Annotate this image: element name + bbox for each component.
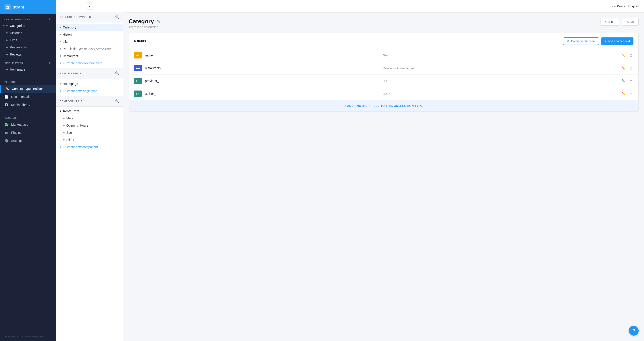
bullet-icon xyxy=(60,83,61,84)
fields-card: 4 fields ⚙ Configure the view + Add anot… xyxy=(128,33,638,112)
field-type-restaurants: Relation with Restaurant xyxy=(383,66,618,70)
collection-types-search-icon[interactable]: 🔍 xyxy=(48,18,52,21)
middle-components-header: COMPONENTS 5 🔍 xyxy=(56,96,123,107)
content-title-row: Category ✏️ xyxy=(128,18,162,25)
user-name: Kai Doe xyxy=(612,4,623,8)
middle-item-restaurant[interactable]: Restaurant xyxy=(56,52,123,60)
middle-item-history[interactable]: History xyxy=(56,31,123,38)
add-field-label: Add another field xyxy=(608,40,630,43)
field-type-author: JSON xyxy=(383,92,618,96)
field-actions-restaurants: ✏️ 🗑 xyxy=(621,66,634,70)
header-buttons: Cancel Save xyxy=(600,18,638,26)
middle-single-type-search-icon[interactable]: 🔍 xyxy=(115,71,120,76)
sidebar-item-reviews[interactable]: Reviews xyxy=(0,51,56,58)
collection-types-list: Categories Histories Likes Restaurants R… xyxy=(0,22,56,58)
save-button[interactable]: Save xyxy=(622,18,638,26)
sidebar-item-settings[interactable]: ⚙️ Settings xyxy=(0,137,56,145)
component-item-seo[interactable]: Seo xyxy=(56,129,123,136)
field-row-author: {···} author_ JSON ✏️ 🗑 xyxy=(129,88,638,100)
field-edit-author-button[interactable]: ✏️ xyxy=(621,92,626,96)
content-title-area: Category ✏️ There is no description xyxy=(128,18,162,29)
sidebar-item-homepage[interactable]: Homepage xyxy=(0,66,56,73)
bullet-icon xyxy=(6,54,8,55)
field-name-restaurants: restaurants xyxy=(145,66,380,70)
sidebar: strapi COLLECTION TYPES 🔍 Categories His… xyxy=(0,0,56,341)
field-badge-author: {···} xyxy=(134,90,142,97)
component-item-opening-hours[interactable]: Opening_Hours xyxy=(56,122,123,129)
field-actions-previous: ✏️ 🗑 xyxy=(621,79,634,83)
content-header: Category ✏️ There is no description Canc… xyxy=(128,18,638,29)
field-name-previous: previous_ xyxy=(145,79,380,83)
sidebar-item-histories[interactable]: Histories xyxy=(0,29,56,36)
field-delete-author-button[interactable]: 🗑 xyxy=(628,92,634,96)
middle-components-search-icon[interactable]: 🔍 xyxy=(115,99,120,103)
field-edit-previous-button[interactable]: ✏️ xyxy=(621,79,626,83)
bullet-icon xyxy=(6,25,8,26)
field-delete-restaurants-button[interactable]: 🗑 xyxy=(628,66,634,70)
sidebar-item-documentation[interactable]: 📄 Documentation xyxy=(0,93,56,101)
field-actions-author: ✏️ 🗑 xyxy=(621,92,634,96)
bullet-icon xyxy=(60,55,61,57)
fields-actions: ⚙ Configure the view + Add another field xyxy=(563,38,634,45)
middle-scroll-area: COLLECTION TYPES 8 🔍 Category History Li… xyxy=(56,12,123,341)
single-types-list: Homepage xyxy=(0,66,56,73)
sidebar-logo[interactable]: strapi xyxy=(0,0,56,14)
sidebar-item-content-types-builder[interactable]: ✏️ Content-Types Builder xyxy=(0,85,56,93)
help-button[interactable]: ? xyxy=(629,326,638,336)
create-component-link[interactable]: + + Create new component xyxy=(56,144,123,150)
plugins-section-label: PLUGINS xyxy=(0,77,56,85)
bullet-icon xyxy=(63,132,64,133)
collapse-sidebar-button[interactable]: ‹ xyxy=(86,2,93,10)
middle-item-permission[interactable]: Permission (from: users-permissions) xyxy=(56,45,123,52)
field-name-author: author_ xyxy=(145,92,380,96)
sidebar-item-plugins[interactable]: ⊞ Plugins xyxy=(0,128,56,137)
field-badge-name: Ab xyxy=(134,52,142,58)
middle-item-homepage[interactable]: Homepage xyxy=(56,80,123,88)
top-bar-user[interactable]: Kai Doe ▾ xyxy=(612,4,626,8)
sidebar-item-restaurants[interactable]: Restaurants xyxy=(0,44,56,51)
add-another-field-button[interactable]: + Add another field xyxy=(601,38,634,45)
gear-icon: ⚙️ xyxy=(4,139,8,143)
component-item-meta[interactable]: Meta xyxy=(56,115,123,122)
cancel-button[interactable]: Cancel xyxy=(600,18,620,26)
sidebar-divider xyxy=(0,75,56,75)
sidebar-item-likes[interactable]: Likes xyxy=(0,36,56,44)
top-bar-language: English xyxy=(628,4,638,8)
field-edit-name-button[interactable]: ✏️ xyxy=(621,53,626,58)
strapi-logo-icon xyxy=(4,4,11,10)
field-type-name: Text xyxy=(383,54,618,57)
page-title: Category xyxy=(128,18,154,25)
field-delete-previous-button[interactable]: 🗑 xyxy=(628,79,634,83)
component-group-restaurant-header[interactable]: ▾ Restaurant xyxy=(56,108,123,115)
create-single-type-link[interactable]: + + Create new single type xyxy=(56,88,123,94)
single-types-search-icon[interactable]: 🔍 xyxy=(48,62,52,64)
field-delete-name-button[interactable]: 🗑 xyxy=(628,53,634,58)
bullet-icon xyxy=(6,69,8,70)
create-collection-type-link[interactable]: + + Create new collection type xyxy=(56,60,123,67)
field-edit-restaurants-button[interactable]: ✏️ xyxy=(621,66,626,70)
grid-icon: ⊞ xyxy=(4,130,8,135)
component-item-slider[interactable]: Slider xyxy=(56,136,123,144)
top-bar: Kai Doe ▾ English xyxy=(123,0,644,12)
sidebar-logo-text: strapi xyxy=(13,5,24,10)
field-badge-previous: {···} xyxy=(134,78,142,84)
sidebar-item-categories[interactable]: Categories xyxy=(0,22,56,29)
general-section-label: GENERAL xyxy=(0,113,56,120)
add-field-footer[interactable]: + ADD ANOTHER FIELD TO THIS COLLECTION T… xyxy=(129,100,638,111)
plus-icon: + xyxy=(60,145,62,149)
middle-collection-types-search-icon[interactable]: 🔍 xyxy=(115,15,120,19)
pencil-icon: ✏️ xyxy=(5,87,9,91)
edit-title-button[interactable]: ✏️ xyxy=(156,19,162,24)
bullet-icon xyxy=(60,48,61,50)
fields-card-header: 4 fields ⚙ Configure the view + Add anot… xyxy=(129,34,638,49)
configure-view-button[interactable]: ⚙ Configure the view xyxy=(563,38,599,45)
middle-item-category[interactable]: Category xyxy=(56,24,123,31)
middle-item-like[interactable]: Like xyxy=(56,38,123,45)
main-wrapper: Kai Doe ▾ English Category ✏️ There is n… xyxy=(123,0,644,341)
sidebar-item-marketplace[interactable]: 🏪 Marketplace xyxy=(0,120,56,128)
configure-view-label: Configure the view xyxy=(571,40,595,43)
main-content: Category ✏️ There is no description Canc… xyxy=(123,12,644,341)
field-badge-restaurants: ⟺ xyxy=(134,65,142,71)
configure-icon: ⚙ xyxy=(567,40,570,43)
sidebar-item-media-library[interactable]: 🖼 Media Library xyxy=(0,101,56,109)
